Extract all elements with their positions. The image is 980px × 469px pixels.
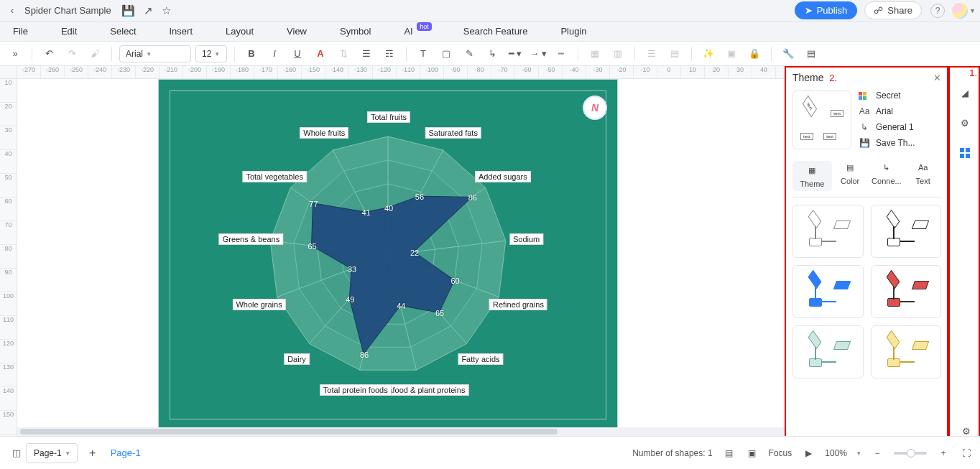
add-page-button[interactable]: + xyxy=(83,444,102,463)
ruler-corner xyxy=(0,66,17,79)
bold-icon[interactable]: B xyxy=(242,45,261,63)
rail-fill-icon[interactable]: ◢ xyxy=(956,83,974,102)
value-label: 49 xyxy=(346,295,354,304)
back-button[interactable]: ‹ xyxy=(6,5,19,16)
theme-save[interactable]: 💾 Save Th... xyxy=(859,138,941,148)
menu-view[interactable]: View xyxy=(287,26,307,37)
zoom-in-button[interactable]: + xyxy=(937,447,950,460)
font-color-icon[interactable]: A xyxy=(311,45,330,63)
canvas[interactable]: N Total fruitsSaturated fatsAdded sugars… xyxy=(17,79,785,436)
lock-icon[interactable]: 🔒 xyxy=(745,45,764,63)
color-grid-icon: ▤ xyxy=(843,161,856,174)
share-button[interactable]: ☍ Share xyxy=(864,1,922,19)
menu-edit[interactable]: Edit xyxy=(61,26,77,37)
arrow-style-icon[interactable]: → ▾ xyxy=(529,45,547,63)
page-tab-link[interactable]: Page-1 xyxy=(111,447,141,458)
settings-slider-icon[interactable]: ⚙ xyxy=(957,422,976,440)
fullscreen-icon[interactable]: ⛶ xyxy=(960,447,973,460)
value-label: 77 xyxy=(309,200,318,208)
theme-prop-font[interactable]: Aa Arial xyxy=(859,106,941,116)
line-style-icon[interactable]: ━ ▾ xyxy=(506,45,524,63)
format-paint-icon[interactable]: 🖌 xyxy=(85,45,104,63)
undo-icon[interactable]: ↶ xyxy=(40,45,58,63)
italic-icon[interactable]: I xyxy=(265,45,284,63)
status-bar: ◫ Page-1▾ + Page-1 Number of shapes: 1 ▤… xyxy=(0,436,980,469)
connector-icon[interactable]: ↳ xyxy=(483,45,501,63)
menu-select[interactable]: Select xyxy=(110,26,136,37)
axis-label: Fatty acids xyxy=(458,353,503,365)
line-color-icon[interactable]: ✎ xyxy=(460,45,479,63)
text-vertical-icon[interactable]: ⇅ xyxy=(334,45,353,63)
theme-tab-text[interactable]: Aa Text xyxy=(905,161,941,191)
expand-left-icon[interactable]: » xyxy=(6,45,24,63)
theme-title: Theme xyxy=(792,72,824,83)
menu-insert[interactable]: Insert xyxy=(170,26,193,37)
zoom-value[interactable]: 100% xyxy=(825,448,847,458)
scrollbar-thumb[interactable] xyxy=(20,429,558,435)
theme-card[interactable] xyxy=(871,265,942,318)
page-selector[interactable]: Page-1▾ xyxy=(26,443,78,463)
menu-search[interactable]: Search Feature xyxy=(463,26,528,37)
page[interactable]: N Total fruitsSaturated fatsAdded sugars… xyxy=(158,79,618,431)
theme-card[interactable] xyxy=(792,325,864,379)
axis-label: Total protein foods xyxy=(320,384,392,396)
save-icon[interactable]: 💾 xyxy=(121,4,135,17)
line-jump-icon[interactable]: ┉ xyxy=(552,45,570,63)
redo-icon[interactable]: ↷ xyxy=(63,45,81,63)
underline-icon[interactable]: U xyxy=(288,45,307,63)
value-label: 40 xyxy=(384,204,393,213)
ungroup-icon[interactable]: ▥ xyxy=(609,45,627,63)
rail-settings-icon[interactable]: ⚙ xyxy=(956,113,974,132)
group-icon[interactable]: ▦ xyxy=(586,45,604,63)
crop-icon[interactable]: ▣ xyxy=(722,45,741,63)
share-icon: ☍ xyxy=(874,5,883,16)
line-spacing-icon[interactable]: ☶ xyxy=(380,45,399,63)
rail-themes-icon[interactable] xyxy=(956,144,974,162)
axis-label: Saturated fats xyxy=(425,127,481,139)
horizontal-scrollbar[interactable] xyxy=(17,427,785,436)
text-tool-icon[interactable]: T xyxy=(414,45,433,63)
wrench-icon[interactable]: 🔧 xyxy=(779,45,798,63)
theme-prop-palette[interactable]: Secret xyxy=(859,90,941,101)
share-out-icon[interactable]: ↗ xyxy=(144,4,153,17)
user-avatar[interactable] xyxy=(952,3,968,19)
menu-layout[interactable]: Layout xyxy=(226,26,254,37)
user-menu-caret[interactable]: ▾ xyxy=(971,6,974,14)
data-panel-icon[interactable]: ▤ xyxy=(802,45,820,63)
presentation-icon[interactable]: ▶ xyxy=(802,447,815,460)
zoom-slider[interactable] xyxy=(894,452,927,455)
align-objects-icon[interactable]: ☰ xyxy=(642,45,661,63)
theme-card[interactable] xyxy=(871,325,942,379)
font-select[interactable]: Arial▾ xyxy=(119,45,191,62)
theme-prop-connector[interactable]: ↳ General 1 xyxy=(859,122,941,132)
fill-icon[interactable]: ▢ xyxy=(437,45,456,63)
layers-icon[interactable]: ▤ xyxy=(723,447,736,460)
toolbar: » ↶ ↷ 🖌 Arial▾ 12▾ B I U A ⇅ ☰ ☶ T ▢ ✎ ↳… xyxy=(0,42,980,66)
zoom-out-button[interactable]: − xyxy=(871,447,884,460)
pages-panel-icon[interactable]: ◫ xyxy=(7,444,26,463)
theme-tab-theme[interactable]: ▦ Theme xyxy=(792,161,832,191)
font-size-select[interactable]: 12▾ xyxy=(195,45,227,62)
publish-button[interactable]: ➤ Publish xyxy=(795,1,858,19)
axis-label: Refined grains xyxy=(489,299,547,310)
menu-ai[interactable]: AI hot xyxy=(404,26,430,37)
theme-grid-icon: ▦ xyxy=(805,164,818,177)
menu-plugin[interactable]: Plugin xyxy=(560,26,586,37)
theme-tab-connector[interactable]: ↳ Conne... xyxy=(869,161,905,191)
theme-card[interactable] xyxy=(871,205,942,258)
close-icon[interactable]: ✕ xyxy=(933,73,941,83)
distribute-icon[interactable]: ▤ xyxy=(665,45,684,63)
annotation-1: 1. xyxy=(969,68,977,78)
theme-tab-color[interactable]: ▤ Color xyxy=(832,161,869,191)
theme-card[interactable] xyxy=(792,205,864,258)
focus-frame-icon[interactable]: ▣ xyxy=(746,447,759,460)
help-button[interactable]: ? xyxy=(930,4,945,18)
theme-card[interactable] xyxy=(792,265,864,318)
ai-spark-icon[interactable]: ✨ xyxy=(699,45,718,63)
chart-logo: N xyxy=(583,96,607,120)
value-label: 56 xyxy=(415,192,424,201)
menu-file[interactable]: File xyxy=(13,26,28,37)
align-icon[interactable]: ☰ xyxy=(357,45,376,63)
favorite-icon[interactable]: ☆ xyxy=(162,4,171,17)
menu-symbol[interactable]: Symbol xyxy=(340,26,371,37)
